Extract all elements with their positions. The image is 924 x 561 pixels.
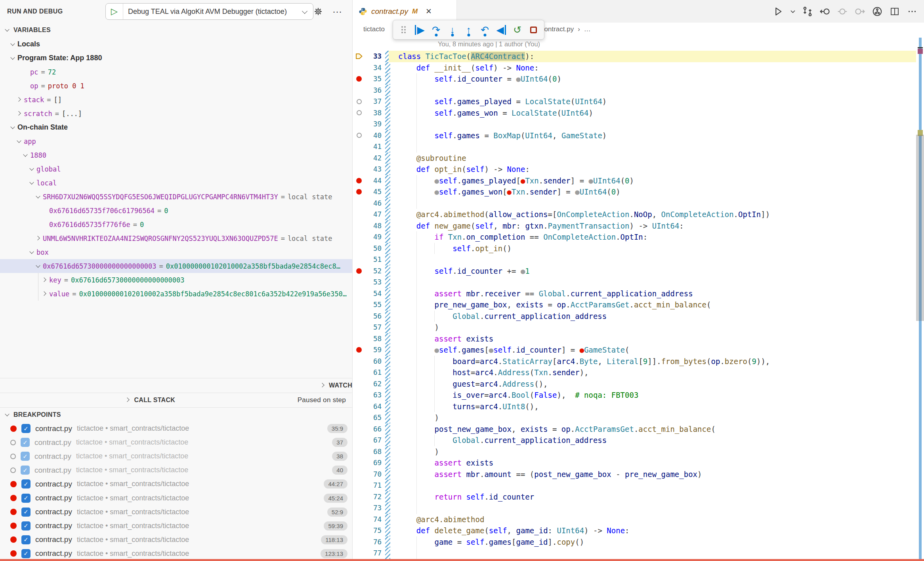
- breakpoint-disabled-icon[interactable]: [10, 440, 16, 445]
- debug-config-select[interactable]: ▷ Debug TEAL via AlgoKit AVM Debugger (t…: [105, 3, 313, 20]
- code-line-39[interactable]: 39: [353, 118, 924, 130]
- breakpoint-row[interactable]: ✓contract.pytictactoe • smart_contracts/…: [0, 491, 352, 505]
- tree-item[interactable]: stack=[]: [0, 93, 352, 107]
- tree-item[interactable]: app: [0, 134, 352, 148]
- chevron-right-icon[interactable]: [34, 234, 43, 243]
- code-line-58[interactable]: 58 assert exists: [353, 333, 924, 345]
- run-button[interactable]: [769, 4, 787, 19]
- code-line-63[interactable]: 63 is_over=arc4.Bool(False), # noqa: FBT…: [353, 389, 924, 401]
- open-changes-icon[interactable]: [799, 4, 816, 19]
- code-line-47[interactable]: 47 @arc4.abimethod(allow_actions=[OnComp…: [353, 209, 924, 220]
- call-stack-section-header[interactable]: CALL STACK Paused on step: [0, 393, 352, 407]
- chevron-down-icon[interactable]: [28, 165, 36, 174]
- chevron-down-icon[interactable]: [9, 123, 17, 132]
- code-line-73[interactable]: 73: [353, 502, 924, 514]
- breakpoint-icon[interactable]: [10, 481, 17, 487]
- code-line-69[interactable]: 69 assert exists: [353, 457, 924, 469]
- code-line-72[interactable]: 72 return self.id_counter: [353, 491, 924, 503]
- breakpoint-icon[interactable]: [353, 347, 365, 353]
- code-line-61[interactable]: 61 host=arc4.Address(Txn.sender),: [353, 367, 924, 378]
- code-line-68[interactable]: 68 ): [353, 446, 924, 458]
- code-line-64[interactable]: 64 turns=arc4.UInt8(),: [353, 401, 924, 412]
- breakpoint-icon[interactable]: [10, 536, 17, 543]
- code-line-70[interactable]: 70 assert mbr.amount == (post_new_game_b…: [353, 469, 924, 480]
- breakpoint-icon[interactable]: [353, 76, 365, 82]
- code-line-34[interactable]: 34 def __init__(self) -> None:: [353, 62, 924, 74]
- breakpoint-icon[interactable]: [353, 189, 365, 195]
- breakpoint-row[interactable]: ✓contract.pytictactoe • smart_contracts/…: [0, 435, 352, 449]
- tree-item[interactable]: 1880: [0, 148, 352, 162]
- code-line-46[interactable]: 46: [353, 198, 924, 209]
- chevron-down-icon[interactable]: [34, 262, 43, 271]
- code-line-66[interactable]: 66 post_new_game_box, exists = op.AcctPa…: [353, 424, 924, 435]
- breakpoint-row[interactable]: ✓contract.pytictactoe • smart_contracts/…: [0, 477, 352, 491]
- code-line-74[interactable]: 74 @arc4.abimethod: [353, 514, 924, 525]
- chevron-right-icon[interactable]: [15, 109, 24, 118]
- breakpoint-disabled-icon[interactable]: [353, 99, 365, 104]
- breakpoint-checkbox[interactable]: ✓: [21, 466, 30, 475]
- breakpoint-checkbox[interactable]: ✓: [21, 508, 31, 517]
- code-line-35[interactable]: 35 self.id_counter = ●UInt64(0): [353, 73, 924, 85]
- close-icon[interactable]: ✕: [426, 7, 432, 16]
- breadcrumb-file[interactable]: contract.py: [541, 25, 574, 33]
- tree-item[interactable]: value=0x010000000102010002a358bf5bada9e2…: [0, 287, 352, 301]
- more-actions-icon[interactable]: ···: [329, 6, 345, 17]
- code-line-49[interactable]: 49 if Txn.on_completion == OnCompleteAct…: [353, 231, 924, 243]
- tree-item[interactable]: On-chain State: [0, 120, 352, 134]
- more-actions-icon[interactable]: [903, 4, 921, 19]
- tree-item[interactable]: SRH6D7XU2N6WQQ5SSYDQFG5ESO6JWEQIDPGLUGYC…: [0, 190, 352, 204]
- breakpoint-row[interactable]: ✓contract.pytictactoe • smart_contracts/…: [0, 533, 352, 547]
- code-line-54[interactable]: 54 assert mbr.receiver == Global.current…: [353, 288, 924, 300]
- code-line-37[interactable]: 37 self.games_played = LocalState(UInt64…: [353, 96, 924, 107]
- chevron-down-icon[interactable]: [28, 248, 36, 257]
- code-editor[interactable]: You, 8 minutes ago | 1 author (You) 33cl…: [353, 38, 924, 559]
- breakpoint-icon[interactable]: [10, 509, 17, 515]
- breakpoint-checkbox[interactable]: ✓: [21, 535, 31, 544]
- tree-item[interactable]: global: [0, 162, 352, 176]
- current-change-icon[interactable]: [834, 4, 851, 19]
- chevron-right-icon[interactable]: [40, 276, 49, 284]
- code-line-51[interactable]: 51: [353, 254, 924, 265]
- previous-change-icon[interactable]: [816, 4, 834, 19]
- chevron-down-icon[interactable]: [21, 151, 30, 160]
- chevron-right-icon[interactable]: [40, 290, 49, 298]
- code-line-62[interactable]: 62 guest=arc4.Address(),: [353, 378, 924, 390]
- restart-button[interactable]: ↺: [509, 21, 525, 38]
- tree-item[interactable]: Program State: App 1880: [0, 51, 352, 65]
- breakpoint-disabled-icon[interactable]: [353, 133, 365, 138]
- breakpoint-checkbox[interactable]: ✓: [21, 494, 31, 503]
- code-line-65[interactable]: 65 ): [353, 412, 924, 424]
- step-out-button[interactable]: ↑: [460, 21, 477, 38]
- code-line-33[interactable]: 33class TicTacToe(ARC4Contract):: [353, 51, 924, 62]
- breadcrumb-symbol[interactable]: …: [584, 25, 591, 33]
- tree-item[interactable]: UNML6W5NVHRIKTEOZAA4NI2SWQROSGNFNY2QS523…: [0, 231, 352, 245]
- tree-item[interactable]: Locals: [0, 37, 352, 51]
- tab-contract-py[interactable]: contract.py M ✕: [353, 0, 457, 23]
- tree-item[interactable]: key=0x67616d65730000000000000003: [0, 273, 352, 287]
- code-line-75[interactable]: 75 def delete_game(self, game_id: UInt64…: [353, 525, 924, 536]
- chevron-down-icon[interactable]: [9, 54, 17, 63]
- commit-graph-icon[interactable]: [869, 4, 886, 19]
- code-line-57[interactable]: 57 ): [353, 322, 924, 333]
- tree-item[interactable]: 0x67616d65735f776f6e=0: [0, 218, 352, 231]
- variables-section-header[interactable]: VARIABLES: [0, 23, 352, 37]
- code-line-40[interactable]: 40 self.games = BoxMap(UInt64, GameState…: [353, 130, 924, 141]
- breakpoint-checkbox[interactable]: ✓: [21, 424, 31, 433]
- code-line-60[interactable]: 60 board=arc4.StaticArray[arc4.Byte, Lit…: [353, 356, 924, 367]
- code-line-77[interactable]: 77: [353, 548, 924, 559]
- run-dropdown-icon[interactable]: [787, 4, 799, 19]
- chevron-down-icon[interactable]: [9, 40, 17, 49]
- breakpoint-checkbox[interactable]: ✓: [21, 479, 31, 488]
- breakpoint-icon[interactable]: [10, 550, 17, 557]
- code-line-48[interactable]: 48 def new_game(self, mbr: gtxn.PaymentT…: [353, 220, 924, 232]
- code-line-71[interactable]: 71: [353, 480, 924, 491]
- breakpoint-row[interactable]: ✓contract.pytictactoe • smart_contracts/…: [0, 449, 352, 463]
- chevron-down-icon[interactable]: [34, 193, 43, 201]
- breakpoint-row[interactable]: ✓contract.pytictactoe • smart_contracts/…: [0, 519, 352, 533]
- code-line-56[interactable]: 56 Global.current_application_address: [353, 311, 924, 322]
- tree-item[interactable]: op=proto 0 1: [0, 79, 352, 93]
- breakpoint-row[interactable]: ✓contract.pytictactoe • smart_contracts/…: [0, 422, 352, 435]
- code-line-53[interactable]: 53: [353, 277, 924, 288]
- chevron-down-icon[interactable]: [15, 137, 24, 146]
- code-line-50[interactable]: 50 self.opt_in(): [353, 243, 924, 254]
